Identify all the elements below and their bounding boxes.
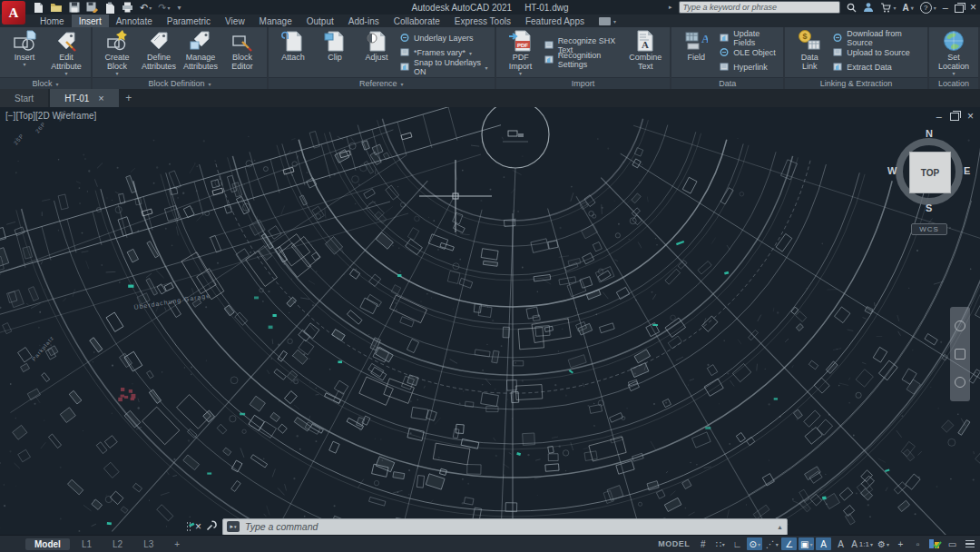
ribbon-button-set-location[interactable]: SetLocation▾	[934, 28, 974, 77]
help-icon[interactable]: ?▾	[920, 2, 936, 14]
annotation-visibility-icon[interactable]: A	[816, 537, 831, 550]
panel-title-linking-extraction[interactable]: Linking & Extraction	[785, 77, 927, 89]
viewport-controls[interactable]: [−][Top][2D Wireframe]	[5, 111, 96, 121]
wcs-badge[interactable]: WCS	[911, 223, 947, 235]
command-bar-grip[interactable]	[186, 521, 191, 533]
ribbon-button-data-link[interactable]: $DataLink	[789, 28, 829, 77]
ribbon-tab-parametric[interactable]: Parametric	[160, 15, 218, 27]
ribbon-tab-view[interactable]: View	[218, 15, 252, 27]
sign-in-icon[interactable]	[863, 2, 874, 13]
ribbon-row-underlay-layers[interactable]: Underlay Layers	[398, 32, 490, 45]
ribbon-button-clip[interactable]: Clip	[315, 28, 355, 77]
viewcube-top-face[interactable]: TOP	[909, 152, 951, 193]
drawing-minimize-button[interactable]: –	[936, 112, 942, 121]
panel-title-data[interactable]: Data	[671, 77, 783, 89]
ribbon-row-snap-to-underlays-on[interactable]: Snap to Underlays ON▾	[398, 61, 490, 74]
ribbon-row-recognition-settings[interactable]: Recognition Settings	[543, 54, 624, 67]
layout-tab-l1[interactable]: L1	[73, 538, 101, 550]
isolate-objects-icon[interactable]: ▫	[910, 537, 926, 550]
annotation-scale-icon[interactable]: A1:1▾	[850, 537, 874, 550]
search-expand-icon[interactable]: ▸	[669, 4, 672, 11]
file-tab-add-button[interactable]: +	[121, 89, 137, 107]
file-tab-ht-01[interactable]: HT-01×	[50, 89, 119, 107]
app-menu-logo[interactable]: A	[2, 1, 25, 25]
layout-tab-l2[interactable]: L2	[103, 538, 132, 550]
isometric-drafting-icon[interactable]: ⋰▾	[764, 537, 779, 550]
ribbon-button-insert[interactable]: Insert▾	[5, 28, 44, 77]
viewcube[interactable]: N S W E TOP	[887, 130, 971, 213]
ribbon-button-create-block[interactable]: CreateBlock▾	[97, 28, 137, 77]
navigation-bar[interactable]	[950, 307, 970, 401]
panel-title-block-definition[interactable]: Block Definition▾	[93, 77, 267, 89]
command-input[interactable]	[243, 520, 773, 533]
drawing-close-button[interactable]: ×	[967, 112, 974, 121]
ribbon-tab-manage[interactable]: Manage	[252, 15, 299, 27]
ribbon-row-extract-data[interactable]: Extract Data	[831, 61, 923, 74]
viewcube-north[interactable]: N	[926, 128, 933, 139]
ribbon-button-pdf-import[interactable]: PDFPDFImport▾	[501, 28, 541, 77]
ribbon-row-upload-to-source[interactable]: Upload to Source	[831, 46, 923, 60]
ribbon-button-adjust[interactable]: Adjust	[357, 28, 397, 77]
ribbon-extra-icon[interactable]: ▾	[599, 15, 616, 27]
plot-icon[interactable]	[104, 2, 115, 14]
ribbon-tab-express-tools[interactable]: Express Tools	[447, 15, 518, 27]
save-icon[interactable]	[69, 2, 80, 14]
clean-screen-icon[interactable]: ▭	[945, 537, 960, 550]
customize-wrench-icon[interactable]	[206, 518, 218, 535]
ribbon-tab-add-ins[interactable]: Add-ins	[341, 15, 387, 27]
layout-tab-l3[interactable]: L3	[134, 538, 162, 550]
search-input[interactable]	[679, 1, 840, 14]
command-history-up-icon[interactable]: ▲	[777, 524, 783, 530]
command-bar-close-icon[interactable]: ×	[195, 521, 201, 532]
workspace-switching-icon[interactable]: ⚙▾	[876, 537, 891, 550]
model-space[interactable]: MODEL	[657, 537, 691, 550]
app-store-cart-icon[interactable]: ▾	[880, 3, 897, 13]
command-icon[interactable]: ▸▾	[227, 521, 240, 532]
ortho-mode-icon[interactable]: ∟	[730, 537, 745, 550]
nav-pan-icon[interactable]	[955, 320, 965, 331]
layout-tab-add-button[interactable]: +	[165, 538, 189, 550]
ribbon-row-hyperlink[interactable]: Hyperlink	[718, 61, 779, 74]
ribbon-tab-insert[interactable]: Insert	[72, 15, 109, 27]
viewcube-east[interactable]: E	[964, 165, 970, 176]
object-snap-tracking-icon[interactable]: ∠	[781, 537, 797, 550]
polar-tracking-icon[interactable]: ⊙▾	[747, 537, 762, 550]
drawing-canvas[interactable]: Überdachung GarageParkplatz25P26P30P	[0, 107, 980, 536]
close-button[interactable]: ×	[970, 3, 976, 12]
file-tab-start[interactable]: Start	[0, 89, 48, 107]
ribbon-tab-featured-apps[interactable]: Featured Apps	[518, 15, 592, 27]
ribbon-row-ole-object[interactable]: OLE Object	[718, 46, 779, 60]
annotation-autoscale-icon[interactable]: A	[833, 537, 848, 550]
nav-orbit-icon[interactable]	[955, 377, 965, 388]
open-icon[interactable]	[50, 2, 63, 14]
snap-mode-icon[interactable]: ∷▾	[712, 537, 728, 550]
qat-more-icon[interactable]: ▾	[176, 2, 181, 14]
ribbon-button-define-attributes[interactable]: DefineAttributes	[139, 28, 179, 77]
ribbon-row-update-fields[interactable]: Update Fields	[718, 32, 779, 45]
ribbon-tab-collaborate[interactable]: Collaborate	[387, 15, 447, 27]
new-icon[interactable]	[33, 2, 44, 14]
nav-zoom-icon[interactable]	[955, 349, 965, 360]
layout-tab-model[interactable]: Model	[25, 538, 70, 550]
ribbon-button-block-editor[interactable]: BlockEditor	[222, 28, 262, 77]
drawing-restore-button[interactable]	[950, 113, 959, 121]
object-snap-icon[interactable]: ▣▾	[799, 537, 814, 550]
autodesk-app-icon[interactable]: A▾	[903, 3, 914, 13]
minimize-button[interactable]: –	[943, 3, 948, 12]
saveas-icon[interactable]	[86, 2, 98, 14]
graphics-performance-icon[interactable]	[927, 537, 943, 550]
search-icon[interactable]	[847, 3, 857, 13]
undo-icon[interactable]: ↶▾	[140, 2, 152, 14]
file-tab-close-icon[interactable]: ×	[98, 93, 103, 104]
ribbon-tab-output[interactable]: Output	[299, 15, 341, 27]
ribbon-button-manage-attributes[interactable]: ManageAttributes	[181, 28, 220, 77]
viewcube-west[interactable]: W	[887, 165, 897, 176]
panel-title-block[interactable]: Block▾	[0, 77, 91, 89]
panel-title-reference[interactable]: Reference▾	[269, 77, 495, 89]
grid-display-icon[interactable]: #	[695, 537, 710, 550]
ribbon-button-combine-text[interactable]: ACombineText	[625, 28, 665, 77]
panel-title-location[interactable]: Location	[929, 77, 978, 89]
ribbon-tab-annotate[interactable]: Annotate	[109, 15, 160, 27]
customization-icon[interactable]	[962, 537, 977, 550]
ribbon-row-download-from-source[interactable]: Download from Source	[831, 32, 923, 45]
